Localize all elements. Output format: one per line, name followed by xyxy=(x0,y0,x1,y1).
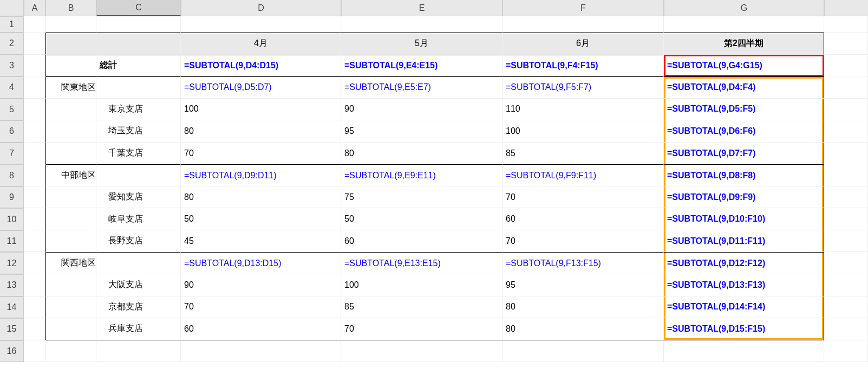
spreadsheet-grid[interactable]: A B C D E F G 1 2 4月 5月 6月 第2四半期 3 総計 =S… xyxy=(0,0,868,362)
cell-B2[interactable] xyxy=(45,33,96,55)
cell-F15[interactable]: 80 xyxy=(502,318,664,340)
cell-H15[interactable] xyxy=(824,318,868,340)
cell-D9[interactable]: 80 xyxy=(181,186,341,209)
row-header-4[interactable]: 4 xyxy=(0,76,24,99)
cell-C9[interactable]: 愛知支店 xyxy=(96,186,181,209)
cell-B6[interactable] xyxy=(45,120,96,143)
cell-D6[interactable]: 80 xyxy=(181,120,341,143)
cell-D1[interactable] xyxy=(181,16,341,33)
cell-B15[interactable] xyxy=(45,318,96,340)
cell-G7[interactable]: =SUBTOTAL(9,D7:F7) xyxy=(664,143,824,165)
cell-G6[interactable]: =SUBTOTAL(9,D6:F6) xyxy=(664,120,824,143)
row-header-13[interactable]: 13 xyxy=(0,274,24,296)
cell-B11[interactable] xyxy=(45,230,96,253)
cell-E16[interactable] xyxy=(341,340,502,363)
cell-C13[interactable]: 大阪支店 xyxy=(96,274,181,296)
cell-H3[interactable] xyxy=(824,55,868,77)
cell-D13[interactable]: 90 xyxy=(181,274,341,296)
cell-B9[interactable] xyxy=(45,186,96,209)
cell-E13[interactable]: 100 xyxy=(341,274,502,296)
cell-H8[interactable] xyxy=(824,164,868,186)
cell-C12[interactable] xyxy=(96,252,181,274)
cell-E10[interactable]: 50 xyxy=(341,208,502,230)
cell-G10[interactable]: =SUBTOTAL(9,D10:F10) xyxy=(664,208,824,230)
cell-F6[interactable]: 100 xyxy=(502,120,664,143)
cell-E1[interactable] xyxy=(341,16,502,33)
cell-H9[interactable] xyxy=(824,186,868,209)
cell-A1[interactable] xyxy=(24,16,45,33)
cell-F8[interactable]: =SUBTOTAL(9,F9:F11) xyxy=(502,164,664,186)
col-header-C[interactable]: C xyxy=(96,0,181,16)
cell-G14[interactable]: =SUBTOTAL(9,D14:F14) xyxy=(664,296,824,319)
select-all-corner[interactable] xyxy=(0,0,24,16)
cell-G13[interactable]: =SUBTOTAL(9,D13:F13) xyxy=(664,274,824,296)
cell-B13[interactable] xyxy=(45,274,96,296)
col-header-G[interactable]: G xyxy=(664,0,824,16)
cell-A3[interactable] xyxy=(24,55,45,77)
cell-H1[interactable] xyxy=(824,16,868,33)
cell-E3[interactable]: =SUBTOTAL(9,E4:E15) xyxy=(341,55,502,77)
cell-D5[interactable]: 100 xyxy=(181,99,341,121)
cell-H13[interactable] xyxy=(824,274,868,296)
cell-A11[interactable] xyxy=(24,230,45,253)
cell-H6[interactable] xyxy=(824,120,868,143)
cell-F11[interactable]: 70 xyxy=(502,230,664,253)
cell-B8[interactable]: 中部地区 xyxy=(45,164,96,186)
col-header-F[interactable]: F xyxy=(502,0,664,16)
cell-B14[interactable] xyxy=(45,296,96,319)
cell-H10[interactable] xyxy=(824,208,868,230)
cell-D2[interactable]: 4月 xyxy=(181,33,341,55)
cell-E9[interactable]: 75 xyxy=(341,186,502,209)
cell-C15[interactable]: 兵庫支店 xyxy=(96,318,181,340)
cell-F1[interactable] xyxy=(502,16,664,33)
cell-E15[interactable]: 70 xyxy=(341,318,502,340)
cell-F9[interactable]: 70 xyxy=(502,186,664,209)
row-header-8[interactable]: 8 xyxy=(0,164,24,186)
cell-F4[interactable]: =SUBTOTAL(9,F5:F7) xyxy=(502,76,664,99)
cell-G15[interactable]: =SUBTOTAL(9,D15:F15) xyxy=(664,318,824,340)
cell-A6[interactable] xyxy=(24,120,45,143)
cell-G12[interactable]: =SUBTOTAL(9,D12:F12) xyxy=(664,252,824,274)
cell-B5[interactable] xyxy=(45,99,96,121)
cell-B4[interactable]: 関東地区 xyxy=(45,76,96,99)
cell-E14[interactable]: 85 xyxy=(341,296,502,319)
cell-G2[interactable]: 第2四半期 xyxy=(664,33,824,55)
col-header-blank[interactable] xyxy=(824,0,868,16)
cell-F2[interactable]: 6月 xyxy=(502,33,664,55)
cell-B12[interactable]: 関西地区 xyxy=(45,252,96,274)
cell-B7[interactable] xyxy=(45,143,96,165)
cell-D10[interactable]: 50 xyxy=(181,208,341,230)
row-header-9[interactable]: 9 xyxy=(0,186,24,209)
cell-D11[interactable]: 45 xyxy=(181,230,341,253)
cell-G1[interactable] xyxy=(664,16,824,33)
cell-G11[interactable]: =SUBTOTAL(9,D11:F11) xyxy=(664,230,824,253)
row-header-2[interactable]: 2 xyxy=(0,33,24,55)
cell-D12[interactable]: =SUBTOTAL(9,D13:D15) xyxy=(181,252,341,274)
cell-H14[interactable] xyxy=(824,296,868,319)
cell-B10[interactable] xyxy=(45,208,96,230)
cell-C14[interactable]: 京都支店 xyxy=(96,296,181,319)
cell-E12[interactable]: =SUBTOTAL(9,E13:E15) xyxy=(341,252,502,274)
cell-F13[interactable]: 95 xyxy=(502,274,664,296)
row-header-12[interactable]: 12 xyxy=(0,252,24,274)
cell-F3[interactable]: =SUBTOTAL(9,F4:F15) xyxy=(502,55,664,77)
cell-F5[interactable]: 110 xyxy=(502,99,664,121)
row-header-1[interactable]: 1 xyxy=(0,16,24,33)
cell-A14[interactable] xyxy=(24,296,45,319)
cell-G16[interactable] xyxy=(664,340,824,363)
cell-G3[interactable]: =SUBTOTAL(9,G4:G15) xyxy=(664,55,824,77)
cell-E4[interactable]: =SUBTOTAL(9,E5:E7) xyxy=(341,76,502,99)
cell-C4[interactable] xyxy=(96,76,181,99)
cell-F12[interactable]: =SUBTOTAL(9,F13:F15) xyxy=(502,252,664,274)
cell-G8[interactable]: =SUBTOTAL(9,D8:F8) xyxy=(664,164,824,186)
cell-F14[interactable]: 80 xyxy=(502,296,664,319)
cell-C2[interactable] xyxy=(96,33,181,55)
cell-A12[interactable] xyxy=(24,252,45,274)
cell-H2[interactable] xyxy=(824,33,868,55)
cell-D4[interactable]: =SUBTOTAL(9,D5:D7) xyxy=(181,76,341,99)
cell-D15[interactable]: 60 xyxy=(181,318,341,340)
col-header-A[interactable]: A xyxy=(24,0,45,16)
cell-H7[interactable] xyxy=(824,143,868,165)
cell-C6[interactable]: 埼玉支店 xyxy=(96,120,181,143)
cell-D7[interactable]: 70 xyxy=(181,143,341,165)
